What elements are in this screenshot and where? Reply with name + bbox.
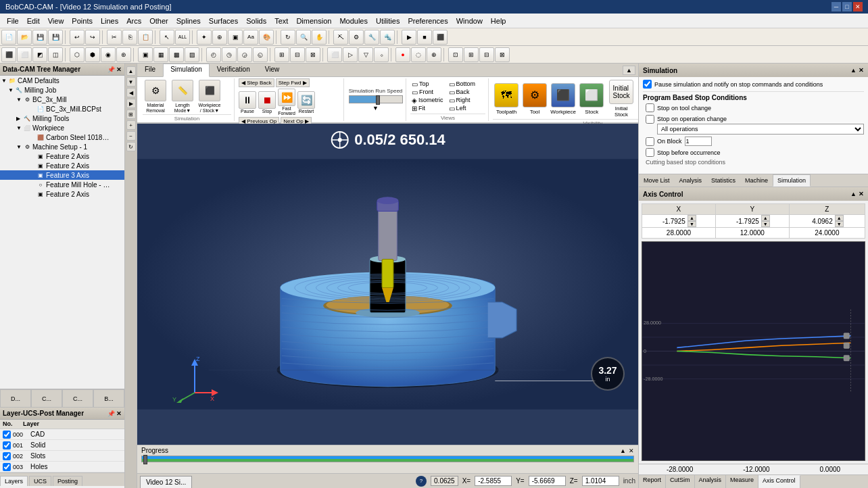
tb2-c2[interactable]: ◷	[222, 47, 237, 62]
layer-row-001[interactable]: 001 Solid	[0, 440, 124, 451]
nav-zoom-plus[interactable]: +	[126, 120, 136, 130]
layer-row-000[interactable]: 000 CAD	[0, 429, 124, 440]
tb2-f1[interactable]: ◌	[411, 47, 426, 62]
layer-panel-close[interactable]: ✕	[116, 410, 122, 417]
right-tab-analysis[interactable]: Analysis	[695, 475, 727, 488]
menu-solids[interactable]: Solids	[242, 16, 270, 26]
tb2-e1[interactable]: ⬜	[327, 47, 342, 62]
step-back-btn[interactable]: ◀ Step Back	[239, 78, 274, 87]
tb-tool7[interactable]: ⬛	[433, 30, 448, 45]
tb-cut[interactable]: ✂	[107, 30, 122, 45]
axis-y-up[interactable]: ▲	[761, 215, 770, 221]
visibility-toolpath-btn[interactable]: 🗺 Toolpath	[493, 82, 520, 116]
layer-tab-posting[interactable]: Posting	[53, 476, 82, 486]
ribbon-tab-simulation[interactable]: Simulation	[163, 64, 210, 77]
tb-paste[interactable]: 📋	[138, 30, 153, 45]
menu-modules[interactable]: Modules	[335, 16, 372, 26]
tb2-v4[interactable]: ⊛	[116, 47, 131, 62]
tb-text-style[interactable]: Aa	[243, 30, 258, 45]
tb-save-as[interactable]: 💾	[48, 30, 63, 45]
menu-file[interactable]: File	[3, 16, 23, 26]
tb-new[interactable]: 📄	[1, 30, 16, 45]
view-bottom-btn[interactable]: ▭ Bottom	[448, 80, 477, 88]
right-tab-measure[interactable]: Measure	[726, 475, 758, 488]
view-front-btn[interactable]: ▭ Front	[410, 89, 445, 96]
axis-x-up[interactable]: ▲	[688, 215, 696, 221]
menu-view[interactable]: View	[44, 16, 68, 26]
thumb-tab-c1[interactable]: C...	[31, 389, 62, 408]
analysis-tab-machine[interactable]: Machine	[740, 174, 773, 187]
tb2-shade[interactable]: ◩	[32, 47, 47, 62]
menu-other[interactable]: Other	[145, 16, 172, 26]
tb-snap2[interactable]: ⊕	[212, 30, 227, 45]
maximize-button[interactable]: □	[842, 2, 852, 11]
progress-expand[interactable]: ▲	[620, 447, 626, 454]
tb2-g1[interactable]: ⊡	[448, 47, 463, 62]
nav-arrow-up[interactable]: ▲	[126, 66, 136, 76]
nav-fit[interactable]: ⊞	[126, 109, 136, 119]
menu-help[interactable]: Help	[487, 16, 510, 26]
tb-zoom-plus[interactable]: 🔍	[296, 30, 311, 45]
all-operations-select[interactable]: All operations	[657, 124, 864, 135]
tree-item-bc3x-bcpst[interactable]: 📄 BC_3x_Mill.BCPst	[0, 104, 124, 114]
tb-undo[interactable]: ↩	[70, 30, 85, 45]
stop-tool-change-checkbox[interactable]	[646, 103, 654, 112]
visibility-workpiece-btn[interactable]: ⬛ Workpiece	[550, 82, 577, 116]
menu-splines[interactable]: Splines	[172, 16, 205, 26]
view-fit-btn[interactable]: ⊞ Fit	[410, 105, 445, 112]
tb-zoom-all[interactable]: ALL	[175, 30, 190, 45]
visibility-initial-stock-btn[interactable]: InitialStock Initial Stock	[606, 78, 636, 119]
menu-edit[interactable]: Edit	[23, 16, 44, 26]
progress-close[interactable]: ✕	[629, 447, 634, 454]
tree-item-carbon-steel[interactable]: 🟫 Carbon Steel 1018 - Plain (1	[0, 132, 124, 142]
ribbon-tab-file[interactable]: File	[137, 64, 163, 76]
view-left-btn[interactable]: ▭ Left	[448, 105, 477, 112]
layer-row-003[interactable]: 003 Holes	[0, 462, 124, 472]
speed-down-btn[interactable]: ▼	[372, 105, 379, 112]
menu-window[interactable]: Window	[452, 16, 487, 26]
menu-points[interactable]: Points	[68, 16, 97, 26]
close-button[interactable]: ✕	[853, 2, 863, 11]
step-fwd-btn[interactable]: Step Fwd ▶	[276, 78, 310, 87]
tree-item-machine-setup[interactable]: ▼ ⚙ Machine Setup - 1	[0, 142, 124, 151]
layer-tab-ucs[interactable]: UCS	[29, 476, 51, 486]
tree-item-workpiece[interactable]: ▼ ⬜ Workpiece	[0, 123, 124, 132]
thumb-tab-d[interactable]: D...	[0, 389, 31, 408]
minimize-button[interactable]: ─	[831, 2, 841, 11]
tb-tool4[interactable]: 🔩	[380, 30, 395, 45]
tb-snap[interactable]: ✦	[197, 30, 212, 45]
tb-tool1[interactable]: ⛏	[333, 30, 348, 45]
nav-arrow-left[interactable]: ◀	[126, 88, 136, 97]
analysis-tab-statistics[interactable]: Statistics	[706, 174, 740, 187]
tree-item-bc3x-mill[interactable]: ▼ ⚙ BC_3x_Mill	[0, 95, 124, 104]
ribbon-tab-verification[interactable]: Verification	[210, 64, 258, 76]
axis-x-down[interactable]: ▼	[688, 221, 696, 227]
layer-panel-pin[interactable]: 📌	[107, 410, 115, 417]
tb-tool2[interactable]: ⚙	[349, 30, 364, 45]
tree-item-feature-mill-hole[interactable]: ○ Feature Mill Hole - 0.2...	[0, 180, 124, 189]
analysis-tab-move-list[interactable]: Move List	[639, 174, 675, 187]
tree-item-milling-tools[interactable]: ▶ 🔨 Milling Tools	[0, 114, 124, 123]
tb2-g2[interactable]: ⊞	[464, 47, 479, 62]
tb-tool3[interactable]: 🔧	[364, 30, 379, 45]
axis-panel-expand[interactable]: ▲	[850, 191, 857, 197]
tb2-e2[interactable]: ▷	[343, 47, 358, 62]
visibility-tool-btn[interactable]: ⚙ Tool	[521, 82, 548, 116]
tb2-b2[interactable]: ▦	[153, 47, 168, 62]
tb2-e4[interactable]: ⬦	[374, 47, 389, 62]
tb2-d1[interactable]: ⊞	[274, 47, 289, 62]
view-right-btn[interactable]: ▭ Right	[448, 97, 477, 104]
tb2-b4[interactable]: ▨	[185, 47, 199, 62]
analysis-tab-analysis[interactable]: Analysis	[675, 174, 707, 187]
layer-003-checkbox[interactable]	[3, 463, 11, 471]
material-removal-btn[interactable]: ⚙ MaterialRemoval	[143, 78, 168, 114]
tb2-c4[interactable]: ◵	[253, 47, 268, 62]
layer-tab-layers[interactable]: Layers	[0, 476, 28, 486]
axis-y-down[interactable]: ▼	[761, 221, 770, 227]
pause-on-stop-checkbox[interactable]	[643, 80, 652, 89]
tb2-wire[interactable]: ⬜	[17, 47, 32, 62]
tb-redo[interactable]: ↪	[85, 30, 100, 45]
tb2-red-circle[interactable]: ●	[395, 47, 410, 62]
right-tab-report[interactable]: Report	[639, 475, 666, 488]
tree-item-feature-2axis-1[interactable]: ▣ Feature 2 Axis	[0, 151, 124, 161]
